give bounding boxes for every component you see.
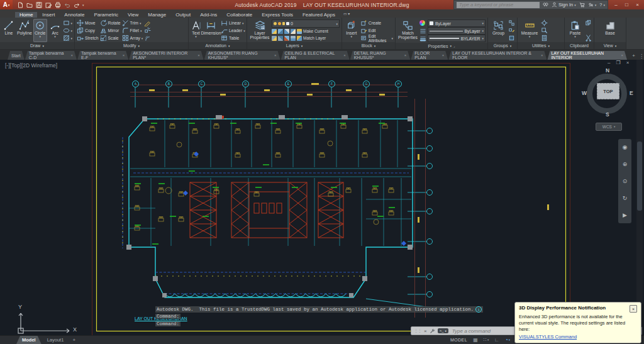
document-tab[interactable]: LAY OUT KESELURUHAN INTERIOR & FLOOR ×: [448, 51, 547, 60]
offset-tool[interactable]: [144, 35, 151, 42]
layer-properties-tool[interactable]: LayerProperties: [249, 19, 270, 42]
panel-modify-footer[interactable]: Modify▾: [75, 42, 188, 49]
layer-isolate-icon[interactable]: [278, 29, 283, 34]
compass-west[interactable]: W: [582, 90, 587, 96]
move-tool[interactable]: Move: [77, 19, 99, 26]
hatch-tool[interactable]: ▾: [63, 35, 72, 42]
copy-clip-icon[interactable]: [585, 19, 592, 26]
status-ortho-icon[interactable]: ∟: [492, 336, 502, 344]
tab-close-icon[interactable]: ×: [197, 53, 200, 57]
document-tab[interactable]: Tampak berwarna C-D ×: [25, 51, 77, 60]
ribbon-tab[interactable]: Collaborate: [222, 12, 257, 18]
doc-minimize-icon[interactable]: –: [608, 60, 610, 65]
cut-clip-icon[interactable]: [585, 35, 592, 42]
status-polar-tracking-icon[interactable]: ◔ ▾: [502, 336, 513, 344]
app-store-icon[interactable]: [579, 2, 585, 8]
document-tab[interactable]: Start: [8, 51, 25, 60]
orbit-icon[interactable]: ↻: [623, 195, 628, 201]
arc-tool[interactable]: Arc▾: [48, 19, 62, 42]
document-tab[interactable]: AKSONOMETRI RUANG KHUSUS* ×: [204, 51, 280, 60]
lineweight-dropdown[interactable]: BYLAYER▾: [428, 35, 486, 42]
erase-tool[interactable]: [144, 19, 151, 26]
plot-icon[interactable]: [54, 1, 61, 8]
ribbon-tab[interactable]: Manage: [143, 12, 170, 18]
new-file-icon[interactable]: [16, 1, 23, 8]
layer-unisolate-icon[interactable]: [272, 36, 277, 41]
viewcube-top-face[interactable]: TOP: [597, 83, 619, 99]
tab-close-icon[interactable]: ×: [621, 53, 623, 57]
showmotion-icon[interactable]: ▶: [623, 212, 627, 218]
panel-properties-footer[interactable]: Properties▾⌟: [396, 43, 487, 49]
close-button[interactable]: ×: [632, 2, 643, 8]
polyline-tool[interactable]: Polyline: [17, 19, 32, 42]
create-block-tool[interactable]: Create: [360, 19, 393, 26]
make-current-button[interactable]: Make Current: [303, 29, 328, 33]
match-properties-tool[interactable]: MatchProperties: [397, 19, 418, 43]
panel-draw-footer[interactable]: Draw▾: [0, 42, 74, 49]
ungroup-icon[interactable]: [508, 19, 515, 26]
stretch-tool[interactable]: Stretch: [77, 35, 99, 42]
layer-freeze-icon[interactable]: [284, 29, 289, 34]
table-tool[interactable]: Table: [221, 35, 245, 42]
line-tool[interactable]: Line: [2, 19, 16, 42]
tab-close-icon[interactable]: ×: [343, 53, 346, 57]
edit-attributes-tool[interactable]: Edit Attributes▾: [360, 35, 393, 42]
status-grid-icon[interactable]: ▦: [470, 336, 480, 344]
text-tool[interactable]: Text▾: [191, 19, 201, 42]
layer-walk-icon[interactable]: [291, 36, 296, 41]
panel-annotation-footer[interactable]: Annotation▾: [189, 42, 247, 49]
ribbon-tab[interactable]: Output: [171, 12, 195, 18]
ribbon-tab[interactable]: Add-ins: [196, 12, 221, 18]
pan-icon[interactable]: ⊕: [623, 161, 628, 167]
restore-button[interactable]: □: [621, 2, 632, 8]
scrollbar-thumb[interactable]: [637, 141, 642, 211]
doc-close-icon[interactable]: ×: [626, 60, 630, 65]
tab-close-icon[interactable]: ×: [404, 53, 407, 57]
search-input[interactable]: [458, 1, 531, 8]
quick-calc-icon[interactable]: [541, 35, 548, 42]
model-space-indicator[interactable]: MODEL: [450, 338, 467, 342]
panel-groups-footer[interactable]: Groups▾: [488, 42, 517, 49]
help-icon[interactable]: ?▾: [599, 2, 605, 8]
linear-dimension-tool[interactable]: Linear▾: [221, 19, 245, 26]
ribbon-tab[interactable]: Featured Apps: [298, 12, 340, 18]
save-icon[interactable]: [35, 1, 42, 8]
dimension-tool[interactable]: Dimension: [203, 19, 219, 42]
redo-icon[interactable]: [73, 1, 80, 8]
color-wheel-icon[interactable]: [419, 19, 426, 26]
group-tool[interactable]: Group: [490, 19, 507, 42]
command-prompt-button[interactable]: >_▾: [438, 328, 448, 333]
document-tab[interactable]: CEILING & ELECTRICAL PLAN ×: [281, 51, 350, 60]
ribbon-tab[interactable]: Insert: [38, 12, 59, 18]
scale-tool[interactable]: Scale: [100, 35, 121, 42]
panel-utilities-footer[interactable]: Utilities▾: [518, 42, 564, 49]
tab-close-icon[interactable]: ×: [541, 53, 543, 57]
drag-handle-icon[interactable]: ⋮⋮: [414, 328, 421, 333]
paste-tool[interactable]: Paste▾: [567, 19, 584, 42]
object-color-dropdown[interactable]: ByLayer▾: [428, 19, 486, 27]
panel-launcher-icon[interactable]: ⌟: [453, 44, 455, 48]
ribbon-tab[interactable]: Home: [15, 12, 37, 18]
zoom-icon[interactable]: ⊙: [623, 178, 628, 184]
lineweight-list-icon[interactable]: [419, 35, 426, 42]
navigation-wheel-icon[interactable]: ◉: [623, 144, 628, 150]
tab-close-icon[interactable]: ×: [71, 53, 74, 57]
layer-off-icon[interactable]: [272, 29, 277, 34]
base-view-tool[interactable]: Base: [602, 19, 619, 42]
panel-block-footer[interactable]: Block▾: [342, 42, 395, 49]
edit-block-tool[interactable]: Edit: [360, 27, 393, 34]
sign-in-button[interactable]: Sign In▾: [552, 2, 576, 8]
id-point-icon[interactable]: [541, 19, 548, 26]
open-file-icon[interactable]: [26, 1, 33, 8]
autocad-logo-icon[interactable]: A▾: [0, 0, 13, 9]
layer-thaw-all-icon[interactable]: [278, 36, 283, 41]
document-tab[interactable]: FLOOR PLAN ×: [411, 51, 448, 60]
group-selection-icon[interactable]: [508, 35, 515, 42]
match-layer-button[interactable]: Match Layer: [303, 36, 326, 40]
command-close-icon[interactable]: ×: [424, 328, 427, 334]
notification-close-icon[interactable]: ×: [630, 305, 637, 313]
tab-close-icon[interactable]: ×: [442, 53, 445, 57]
trim-tool[interactable]: Trim▾: [122, 19, 143, 26]
document-tab[interactable]: DETAIL RUANG KHUSUS* ×: [350, 51, 411, 60]
layer-dropdown[interactable]: 0 ▾: [272, 19, 340, 28]
